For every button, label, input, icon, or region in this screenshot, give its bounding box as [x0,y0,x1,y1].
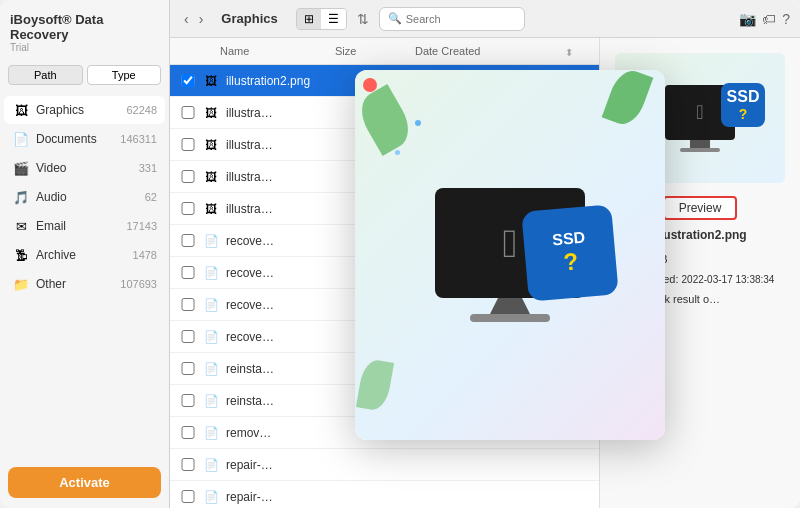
row-checkbox[interactable] [180,234,196,247]
sidebar-count-graphics: 62248 [126,104,157,116]
row-checkbox[interactable] [180,394,196,407]
sidebar-footer: Activate [0,457,169,508]
file-name: recove… [226,234,359,248]
row-checkbox[interactable] [180,490,196,503]
file-name: illustra… [226,202,359,216]
sidebar-label-documents: Documents [36,132,120,146]
toolbar: ‹ › Graphics ⊞ ☰ ⇅ 🔍 📷 🏷 ? [170,0,800,38]
tag-icon[interactable]: 🏷 [762,11,776,27]
file-type-icon: 📄 [202,264,220,282]
sidebar-label-other: Other [36,277,120,291]
row-checkbox[interactable] [180,106,196,119]
file-type-icon: 📄 [202,328,220,346]
row-checkbox[interactable] [180,202,196,215]
filter-button[interactable]: ⇅ [357,11,369,27]
app-title: iBoysoft® Data Recovery [10,12,159,42]
file-type-icon: 📄 [202,296,220,314]
row-checkbox[interactable] [180,298,196,311]
preview-button[interactable]: Preview [663,196,738,220]
path-type-tabs: Path Type [0,57,169,93]
col-action-header: ⬍ [565,42,589,60]
file-name: illustra… [226,138,359,152]
grid-view-btn[interactable]: ⊞ [297,9,321,29]
sidebar-item-documents[interactable]: 📄 Documents 146311 [4,125,165,153]
sidebar-count-audio: 62 [145,191,157,203]
search-input[interactable] [406,13,516,25]
big-imac:  SSD ? [435,188,585,322]
camera-icon[interactable]: 📷 [739,11,756,27]
sidebar-item-graphics[interactable]: 🖼 Graphics 62248 [4,96,165,124]
tab-type[interactable]: Type [87,65,162,85]
file-name: illustra… [226,106,359,120]
leaf3 [356,358,394,412]
file-type-icon: 🖼 [202,136,220,154]
sidebar-count-archive: 1478 [133,249,157,261]
sidebar-icon-email: ✉ [12,217,30,235]
imac-stand [690,140,710,148]
sidebar-count-email: 17143 [126,220,157,232]
toolbar-nav: ‹ › [180,9,207,29]
file-name: recove… [226,330,359,344]
col-name-header: Name [220,45,335,57]
list-view-btn[interactable]: ☰ [321,9,346,29]
view-toggle: ⊞ ☰ [296,8,347,30]
sidebar-item-audio[interactable]: 🎵 Audio 62 [4,183,165,211]
file-name: remov… [226,426,359,440]
file-type-icon: 📄 [202,456,220,474]
row-checkbox[interactable] [180,330,196,343]
file-type-icon: 🖼 [202,168,220,186]
toolbar-right: 📷 🏷 ? [739,11,790,27]
search-box: 🔍 [379,7,525,31]
file-type-icon: 📄 [202,360,220,378]
sidebar-label-video: Video [36,161,139,175]
row-checkbox[interactable] [180,138,196,151]
sidebar-item-other[interactable]: 📁 Other 107693 [4,270,165,298]
big-imac-stand [490,298,530,314]
col-date-header: Date Created [415,45,565,57]
file-name: reinsta… [226,362,359,376]
file-name: repair-… [226,458,359,472]
sidebar-icon-archive: 🗜 [12,246,30,264]
sidebar-label-graphics: Graphics [36,103,126,117]
file-name: recove… [226,298,359,312]
sidebar-item-archive[interactable]: 🗜 Archive 1478 [4,241,165,269]
row-checkbox[interactable] [180,362,196,375]
row-checkbox[interactable] [180,426,196,439]
row-checkbox[interactable] [180,458,196,471]
file-name: illustra… [226,170,359,184]
row-checkbox[interactable] [180,170,196,183]
preview-filename: illustration2.png [653,228,746,242]
sidebar-item-email[interactable]: ✉ Email 17143 [4,212,165,240]
apple-logo:  [696,101,703,124]
file-type-icon: 🖼 [202,200,220,218]
forward-button[interactable]: › [195,9,208,29]
sidebar-icon-video: 🎬 [12,159,30,177]
toolbar-title: Graphics [221,11,277,26]
file-type-icon: 📄 [202,392,220,410]
sort-icon: ⬍ [565,47,573,58]
sidebar-label-audio: Audio [36,190,145,204]
imac-base [680,148,720,152]
file-type-icon: 📄 [202,232,220,250]
activate-button[interactable]: Activate [8,467,161,498]
table-row[interactable]: 📄 repair-… [170,449,599,481]
sidebar-icon-other: 📁 [12,275,30,293]
file-name: recove… [226,266,359,280]
sidebar-icon-graphics: 🖼 [12,101,30,119]
tab-path[interactable]: Path [8,65,83,85]
back-button[interactable]: ‹ [180,9,193,29]
sidebar-items: 🖼 Graphics 62248 📄 Documents 146311 🎬 Vi… [0,93,169,457]
row-checkbox[interactable] [180,74,196,87]
main-content-wrapper: ‹ › Graphics ⊞ ☰ ⇅ 🔍 📷 🏷 ? [170,0,800,508]
sidebar-item-video[interactable]: 🎬 Video 331 [4,154,165,182]
ssd-text: SSD [727,88,760,106]
big-ssd-text: SSD [552,229,586,250]
sidebar-header: iBoysoft® Data Recovery Trial [0,0,169,57]
ssd-badge: SSD ? [721,83,765,127]
row-checkbox[interactable] [180,266,196,279]
sidebar: iBoysoft® Data Recovery Trial Path Type … [0,0,170,508]
table-row[interactable]: 📄 repair-… [170,481,599,508]
dot1 [415,120,421,126]
help-icon[interactable]: ? [782,11,790,27]
sidebar-icon-documents: 📄 [12,130,30,148]
